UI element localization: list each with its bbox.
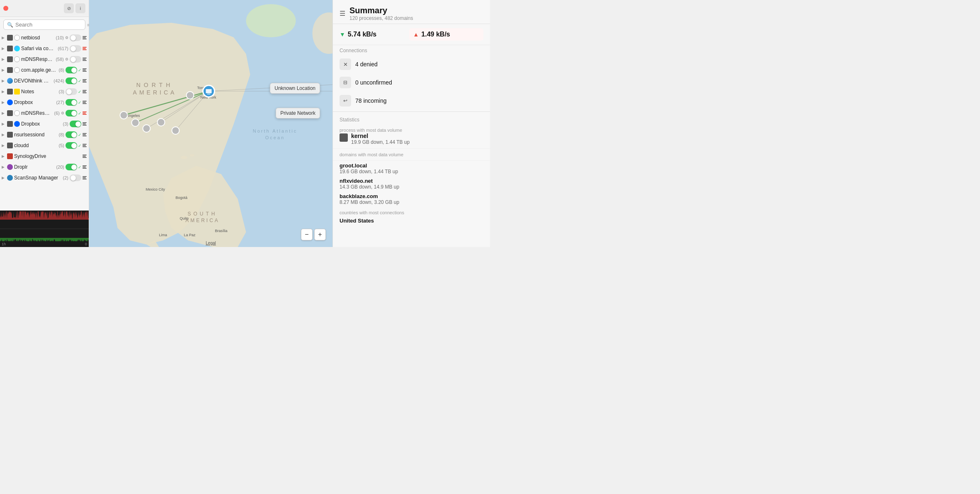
list-item[interactable]: ▶ ScanSnap Manager (2) [0, 172, 89, 183]
toggle-switch[interactable] [65, 67, 77, 73]
toggle-switch[interactable] [65, 142, 77, 149]
process-controls: ✓ [65, 67, 87, 73]
process-icon [7, 121, 13, 127]
list-item[interactable]: ▶ netbiosd (10) ⚙ [0, 32, 89, 43]
graph-time-left: 1h [2, 242, 6, 246]
arrow-left-icon: ↩ [343, 98, 347, 104]
toggle-switch[interactable] [65, 110, 77, 116]
filter-icon-btn[interactable]: ⊘ [64, 3, 74, 13]
toggle-switch[interactable] [65, 99, 77, 106]
graph-labels: 1h 0 [2, 242, 87, 246]
most-data-process-item: process with most data volume kernel 19.… [333, 124, 490, 149]
cylinder-icon: ⊟ [343, 80, 347, 85]
domain1-item: groot.local 19.6 GB down, 1.44 TB up [333, 161, 490, 176]
process-count: (8) [59, 132, 64, 137]
search-icon: 🔍 [7, 22, 13, 28]
domain2-name: nflxvideo.net [340, 178, 483, 184]
list-item[interactable]: ▶ nsurlsessiond (8) ✓ [0, 129, 89, 140]
list-item[interactable]: ▶ Dropbox (3) [0, 119, 89, 129]
domain2-stats: 14.3 GB down, 14.9 MB up [340, 184, 483, 190]
list-item[interactable]: ▶ SynologyDrive [0, 151, 89, 162]
toggle-switch[interactable] [65, 164, 77, 170]
process-name: Dropbox [21, 121, 61, 127]
domain1-name: groot.local [340, 162, 483, 169]
legal-link[interactable]: Legal [206, 241, 216, 245]
bars-icon [82, 68, 87, 72]
svg-point-3 [190, 154, 195, 157]
unconfirmed-icon: ⊟ [340, 77, 351, 88]
download-speed-value: 5.74 kB/s [348, 31, 376, 38]
zoom-in-button[interactable]: + [314, 229, 326, 240]
toggle-switch[interactable] [65, 131, 77, 138]
svg-text:Bogotá: Bogotá [176, 196, 188, 200]
country1-item: United States [333, 216, 490, 225]
process-icon-2 [14, 35, 20, 41]
process-name: ScanSnap Manager [14, 175, 61, 181]
zoom-out-button[interactable]: − [301, 229, 313, 240]
list-item[interactable]: ▶ mDNSResponder (58) ⚙ [0, 54, 89, 65]
list-item[interactable]: ▶ com.apple.geod.xpc (8) ✓ [0, 65, 89, 75]
info-icon-btn[interactable]: i [75, 3, 85, 13]
bars-icon [82, 79, 87, 83]
process-controls [70, 34, 87, 41]
synology-icon [7, 153, 13, 159]
process-name: netbiosd [21, 35, 53, 41]
country1-name: United States [340, 218, 483, 224]
incoming-connections-item: ↩ 78 incoming [333, 92, 490, 110]
close-button[interactable] [3, 6, 8, 11]
gear-icon: ⚙ [65, 36, 68, 40]
devonthink-icon [7, 78, 13, 84]
domain3-name: backblaze.com [340, 193, 483, 199]
process-controls: ✓ [65, 131, 87, 138]
svg-text:Quito: Quito [180, 216, 189, 220]
process-count: (2) [63, 175, 68, 180]
sidebar: ⊘ i 🔍 ≡ ▶ netbiosd (10) ⚙ ▶ Safa [0, 0, 89, 247]
process-icon [7, 89, 13, 94]
toggle-switch[interactable] [70, 174, 81, 181]
upload-arrow-icon: ▲ [413, 31, 419, 38]
list-item[interactable]: ▶ Notes (3) ✓ [0, 86, 89, 97]
expand-arrow: ▶ [2, 57, 6, 61]
process-controls: ✓ [65, 164, 87, 170]
process-icon [7, 132, 13, 138]
svg-text:AMERICA: AMERICA [185, 218, 220, 223]
bars-icon [82, 100, 87, 104]
process-controls [70, 56, 87, 63]
process-controls [70, 45, 87, 52]
process-name: Safari via com.apple.Web... [21, 46, 56, 51]
expand-arrow: ▶ [2, 90, 6, 94]
toggle-switch[interactable] [65, 77, 77, 84]
toggle-switch[interactable] [70, 121, 81, 127]
denied-connections-item: ✕ 4 denied [333, 55, 490, 73]
process-controls: ✓ [65, 88, 87, 95]
divider [333, 111, 490, 112]
check-icon: ✓ [78, 100, 81, 105]
toggle-switch[interactable] [70, 45, 81, 52]
svg-text:North Atlantic: North Atlantic [253, 128, 297, 133]
toggle-switch[interactable] [70, 34, 81, 41]
check-icon: ✓ [78, 165, 81, 170]
svg-point-34 [143, 125, 150, 132]
list-item[interactable]: ▶ Dropbox (27) ✓ [0, 97, 89, 108]
check-icon: ✓ [78, 90, 81, 94]
svg-point-1 [246, 4, 296, 37]
svg-point-32 [120, 111, 128, 119]
dropbox-icon [7, 99, 13, 105]
list-item[interactable]: ▶ Droplr (20) ✓ [0, 162, 89, 172]
list-item[interactable]: ▶ DEVONthink Pro Office (424) ✓ [0, 75, 89, 86]
process-count: (6) [54, 111, 60, 116]
search-input[interactable] [15, 22, 85, 28]
toggle-switch[interactable] [65, 88, 77, 95]
list-item[interactable]: ▶ mDNSResponder (6) ⚙ ✓ [0, 108, 89, 119]
expand-arrow: ▶ [2, 36, 6, 40]
expand-arrow: ▶ [2, 154, 6, 158]
kernel-row: kernel 19.9 GB down, 1.44 TB up [340, 133, 483, 145]
process-icon [7, 143, 13, 148]
list-item[interactable]: ▶ cloudd (5) ✓ [0, 140, 89, 151]
process-name: mDNSResponder [21, 56, 53, 62]
expand-arrow: ▶ [2, 79, 6, 83]
tooltip-text-2: Private Network [280, 110, 315, 116]
toggle-switch[interactable] [70, 56, 81, 63]
list-item[interactable]: ▶ Safari via com.apple.Web... (617) [0, 43, 89, 54]
process-controls: ✓ [65, 110, 87, 116]
